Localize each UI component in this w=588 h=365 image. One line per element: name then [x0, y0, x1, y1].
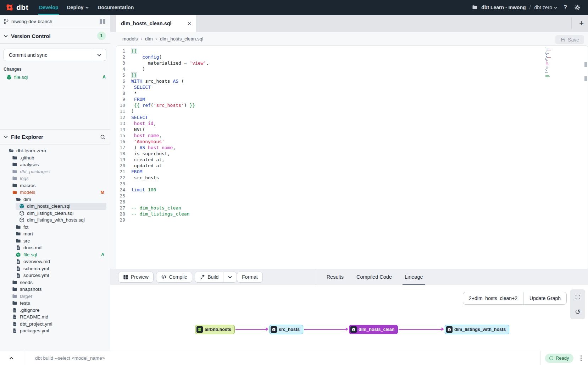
- chevron-down-icon: [85, 6, 89, 10]
- changes-count-badge: 1: [97, 32, 106, 40]
- tree-item-dim[interactable]: dim: [12, 196, 106, 203]
- reset-view-icon[interactable]: ↺: [573, 307, 582, 316]
- chevron-down-icon: [228, 275, 232, 279]
- code-content[interactable]: {{ config( materialized = 'view', )}}WIT…: [131, 48, 542, 223]
- cube-icon: [271, 326, 277, 333]
- kebab-menu-icon[interactable]: [579, 354, 583, 363]
- tree-item-seeds[interactable]: seeds: [9, 279, 106, 286]
- lineage-selector-input[interactable]: 2+dim_hosts_clean+2: [463, 292, 523, 304]
- sidebar: mwong-dev-branch Version Control 1 Commi…: [0, 15, 110, 351]
- tree-item-macros[interactable]: macros: [9, 182, 106, 189]
- format-button[interactable]: Format: [237, 272, 262, 283]
- tree-item-dim-listings-with-hosts-sql[interactable]: dim_listings_with_hosts.sql: [16, 217, 106, 224]
- project-name[interactable]: dbt Learn - mwong: [481, 5, 526, 10]
- lineage-tools: ↺: [570, 289, 585, 319]
- tab-compiled-code[interactable]: Compiled Code: [350, 269, 398, 285]
- tree-item-mart[interactable]: mart: [12, 230, 106, 238]
- chevron-up-icon[interactable]: [0, 356, 23, 361]
- changed-file-row[interactable]: file.sql A: [6, 73, 106, 81]
- folder-icon: [16, 231, 21, 236]
- changed-file-name: file.sql: [14, 75, 28, 80]
- chevron-down-icon: [4, 135, 8, 139]
- tree-item-packages-yml[interactable]: packages.yml: [9, 327, 106, 334]
- tree-item-dbt-project-yml[interactable]: dbt_project.yml: [9, 321, 106, 328]
- folder-icon: [12, 300, 17, 306]
- tab-results[interactable]: Results: [320, 269, 350, 285]
- tree-item-dbt-learn-zero[interactable]: dbt-learn-zero: [5, 147, 106, 154]
- tree-item-label: .gitignore: [20, 307, 40, 313]
- editor-scrollbar[interactable]: [584, 46, 588, 269]
- lineage-node-airbnb-hosts[interactable]: airbnb.hosts: [195, 325, 235, 334]
- tree-item-label: dbt-learn-zero: [16, 148, 46, 153]
- tree-item-analyses[interactable]: analyses: [9, 161, 106, 168]
- tree-item-schema-yml[interactable]: schema.yml: [12, 265, 106, 272]
- tree-item-src[interactable]: src: [12, 238, 106, 245]
- tree-item-tests[interactable]: tests: [9, 300, 106, 307]
- commit-options-caret[interactable]: [92, 49, 106, 61]
- nav-develop[interactable]: Develop: [35, 0, 62, 15]
- preview-button[interactable]: Preview: [118, 272, 154, 283]
- gear-icon[interactable]: [573, 3, 582, 12]
- update-graph-button[interactable]: Update Graph: [523, 292, 566, 304]
- version-control-header[interactable]: Version Control 1: [0, 28, 110, 44]
- file-explorer-header[interactable]: File Explorer: [0, 129, 110, 145]
- breadcrumb-dim[interactable]: dim: [145, 36, 153, 42]
- tree-item-label: packages.yml: [20, 328, 49, 333]
- new-tab-button[interactable]: +: [579, 15, 584, 32]
- tree-item-docs-md[interactable]: docs.md: [12, 244, 106, 251]
- tree-item-dim-hosts-clean-sql[interactable]: dim_hosts_clean.sql: [16, 203, 106, 210]
- code-line: SELECT: [131, 114, 542, 120]
- nav-items: Develop Deploy Documentation: [35, 0, 138, 15]
- lineage-edge-arrow: [266, 327, 268, 331]
- tree-item--gitignore[interactable]: .gitignore: [9, 307, 106, 314]
- nav-documentation[interactable]: Documentation: [93, 0, 138, 15]
- file-icon: [16, 266, 21, 271]
- tree-item-label: dim_hosts_clean.sql: [27, 203, 70, 209]
- compile-button[interactable]: Compile: [156, 272, 192, 283]
- tree-item-target[interactable]: target: [9, 293, 106, 300]
- save-button[interactable]: Save: [555, 35, 584, 44]
- commit-and-sync-button[interactable]: Commit and sync: [4, 49, 106, 61]
- tree-item-overview-md[interactable]: overview.md: [12, 258, 106, 265]
- help-icon[interactable]: ?: [561, 3, 570, 12]
- scrollbar-thumb[interactable]: [584, 76, 587, 81]
- tree-item-dim-listings-clean-sql[interactable]: dim_listings_clean.sql: [16, 210, 106, 217]
- lineage-node-dim-listings-with-hosts[interactable]: dim_listings_with_hosts: [445, 325, 509, 334]
- tree-item-fct[interactable]: fct: [12, 224, 106, 231]
- breadcrumb-file[interactable]: dim_hosts_clean.sql: [160, 36, 203, 42]
- tree-item-label: snapshots: [20, 287, 42, 292]
- status-badge: Ready: [545, 354, 573, 363]
- tree-item--github[interactable]: .github: [9, 154, 106, 162]
- scrollbar-thumb[interactable]: [584, 62, 587, 67]
- tree-item-sources-yml[interactable]: sources.yml: [12, 272, 106, 279]
- tree-item-snapshots[interactable]: snapshots: [9, 286, 106, 293]
- build-button[interactable]: Build: [195, 272, 223, 282]
- code-editor[interactable]: 1234567891011121314151617181920212223242…: [116, 45, 588, 269]
- tree-item-label: overview.md: [23, 259, 50, 264]
- dbt-logo[interactable]: dbt: [0, 0, 35, 15]
- tree-item-label: README.md: [20, 314, 48, 320]
- lineage-node-src-hosts[interactable]: src_hosts: [269, 325, 303, 334]
- code-line: {{: [131, 48, 542, 54]
- code-line: ): [131, 108, 542, 114]
- tree-item-file-sql[interactable]: file.sqlA: [12, 251, 106, 258]
- branch-row[interactable]: mwong-dev-branch: [0, 15, 110, 28]
- breadcrumb-models[interactable]: models: [122, 36, 138, 42]
- lineage-node-dim-hosts-clean[interactable]: dim_hosts_clean: [349, 325, 398, 334]
- nav-deploy[interactable]: Deploy: [63, 0, 94, 15]
- tree-item-readme-md[interactable]: README.md: [9, 314, 106, 321]
- docs-book-icon[interactable]: [99, 19, 106, 24]
- search-icon[interactable]: [100, 134, 106, 140]
- tab-lineage[interactable]: Lineage: [398, 269, 429, 285]
- minimap[interactable]: [545, 48, 556, 78]
- env-selector[interactable]: dbt zero: [534, 5, 558, 10]
- tree-item-models[interactable]: modelsM: [9, 189, 106, 196]
- fullscreen-icon[interactable]: [573, 293, 582, 301]
- build-options-caret[interactable]: [223, 272, 237, 282]
- tab-dim-hosts-clean[interactable]: dim_hosts_clean.sql ×: [116, 15, 196, 32]
- command-input[interactable]: dbt build --select <model_name>: [23, 355, 540, 361]
- tree-item-dbt-packages[interactable]: dbt_packages: [9, 168, 106, 175]
- close-icon[interactable]: ×: [188, 21, 191, 27]
- tree-item-logs[interactable]: logs: [9, 175, 106, 182]
- folder-icon: [472, 5, 478, 10]
